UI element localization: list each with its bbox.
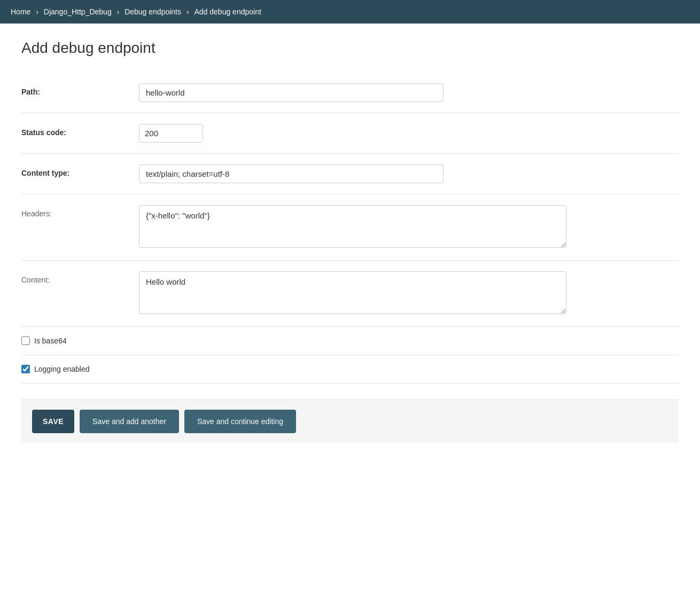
breadcrumb-section[interactable]: Debug endpoints (125, 7, 181, 16)
content-row: Content: Hello world (21, 261, 679, 327)
breadcrumb-current: Add debug endpoint (194, 7, 261, 16)
headers-textarea[interactable]: {"x-hello": "world"} (139, 205, 566, 248)
submit-bar: SAVE Save and add another Save and conti… (21, 400, 679, 443)
is-base64-label[interactable]: Is base64 (34, 336, 67, 345)
headers-label: Headers: (21, 205, 139, 218)
content-field-wrapper: Hello world (139, 271, 679, 316)
save-and-add-button[interactable]: Save and add another (80, 410, 179, 433)
path-row: Path: (21, 73, 679, 113)
save-and-continue-button[interactable]: Save and continue editing (184, 410, 296, 433)
logging-enabled-checkbox[interactable] (21, 365, 30, 373)
status-code-field-wrapper (139, 124, 679, 143)
logging-enabled-wrapper: Logging enabled (21, 365, 90, 373)
breadcrumb-app[interactable]: Django_Http_Debug (44, 7, 112, 16)
headers-field-wrapper: {"x-hello": "world"} (139, 205, 679, 249)
breadcrumb: Home › Django_Http_Debug › Debug endpoin… (11, 7, 261, 16)
save-button[interactable]: SAVE (32, 410, 74, 433)
is-base64-row: Is base64 (21, 327, 679, 355)
breadcrumb-bar: Home › Django_Http_Debug › Debug endpoin… (0, 0, 700, 24)
status-code-input[interactable] (139, 124, 203, 143)
content-textarea[interactable]: Hello world (139, 271, 566, 314)
page-title: Add debug endpoint (21, 40, 679, 57)
content-type-label: Content type: (21, 165, 139, 177)
path-field-wrapper (139, 83, 679, 102)
breadcrumb-home[interactable]: Home (11, 7, 30, 16)
path-label: Path: (21, 83, 139, 96)
content-type-input[interactable] (139, 165, 444, 183)
logging-enabled-row: Logging enabled (21, 355, 679, 383)
main-content: Add debug endpoint Path: Status code: Co… (0, 24, 700, 459)
headers-row: Headers: {"x-hello": "world"} (21, 194, 679, 261)
status-code-label: Status code: (21, 124, 139, 137)
content-label: Content: (21, 271, 139, 284)
breadcrumb-sep-3: › (186, 7, 191, 16)
is-base64-checkbox[interactable] (21, 336, 30, 345)
breadcrumb-sep-2: › (117, 7, 122, 16)
is-base64-wrapper: Is base64 (21, 336, 67, 345)
breadcrumb-sep-1: › (36, 7, 41, 16)
status-code-row: Status code: (21, 113, 679, 154)
form-container: Path: Status code: Content type: Headers… (21, 73, 679, 383)
content-type-field-wrapper (139, 165, 679, 183)
content-type-row: Content type: (21, 154, 679, 194)
logging-enabled-label[interactable]: Logging enabled (34, 365, 90, 373)
path-input[interactable] (139, 83, 444, 102)
